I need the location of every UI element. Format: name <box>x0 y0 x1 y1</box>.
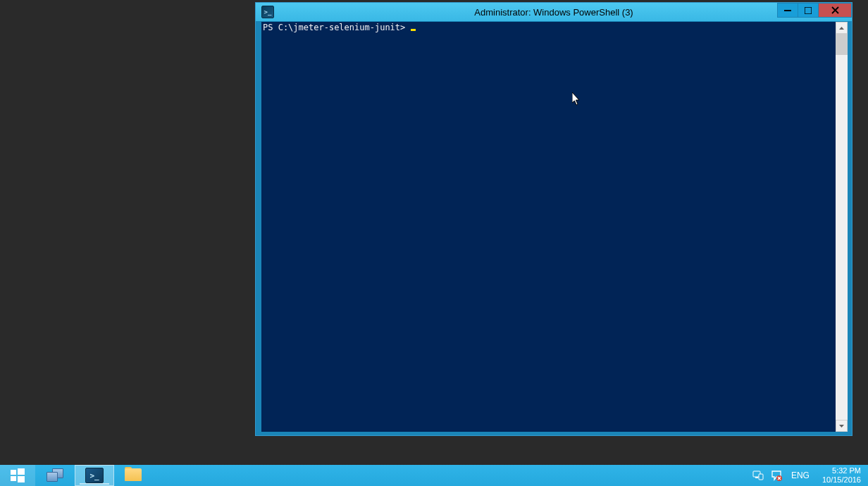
scroll-track[interactable] <box>836 34 848 420</box>
titlebar[interactable]: >_ Administrator: Windows PowerShell (3) <box>256 3 852 21</box>
svg-rect-9 <box>18 476 25 482</box>
vertical-scrollbar[interactable] <box>836 22 848 432</box>
window-controls <box>778 3 852 18</box>
taskbar-item-powershell[interactable]: >_ <box>75 465 114 486</box>
devices-icon[interactable] <box>752 469 764 482</box>
svg-rect-6 <box>11 470 16 475</box>
action-center-icon[interactable] <box>770 469 783 482</box>
svg-rect-12 <box>755 477 758 478</box>
svg-line-3 <box>832 7 838 13</box>
svg-marker-5 <box>839 425 844 428</box>
scroll-down-button[interactable] <box>836 420 848 432</box>
taskbar-item-file-explorer[interactable] <box>114 465 154 486</box>
svg-marker-4 <box>839 27 844 30</box>
powershell-window: >_ Administrator: Windows PowerShell (3) <box>255 2 852 436</box>
close-button[interactable] <box>818 3 852 18</box>
language-indicator[interactable]: ENG <box>788 471 812 480</box>
console-content: PS C:\jmeter-selenium-junit> <box>261 22 836 33</box>
svg-rect-8 <box>11 476 16 481</box>
scroll-thumb[interactable] <box>836 34 848 55</box>
console-area[interactable]: PS C:\jmeter-selenium-junit> <box>261 22 836 432</box>
powershell-icon[interactable]: >_ <box>261 6 274 18</box>
svg-rect-1 <box>805 7 812 14</box>
svg-rect-11 <box>759 474 763 480</box>
server-manager-icon <box>45 467 65 484</box>
minimize-button[interactable] <box>777 3 798 18</box>
clock-time: 5:32 PM <box>822 466 861 475</box>
taskbar-left: >_ <box>0 465 154 486</box>
console-prompt: PS C:\jmeter-selenium-junit> <box>263 23 411 32</box>
scroll-up-button[interactable] <box>836 22 848 34</box>
maximize-button[interactable] <box>798 3 819 18</box>
taskbar-item-server-manager[interactable] <box>35 465 75 486</box>
clock-date: 10/15/2016 <box>822 475 861 485</box>
windows-logo-icon <box>11 468 25 482</box>
system-tray: ENG 5:32 PM 10/15/2016 <box>752 465 868 486</box>
window-title: Administrator: Windows PowerShell (3) <box>474 7 633 18</box>
svg-rect-0 <box>784 10 791 11</box>
folder-icon <box>125 468 143 482</box>
clock[interactable]: 5:32 PM 10/15/2016 <box>818 465 865 486</box>
svg-rect-7 <box>18 468 25 475</box>
svg-line-2 <box>832 7 838 13</box>
powershell-task-icon: >_ <box>85 468 104 483</box>
taskbar: >_ ENG 5:32 PM <box>0 465 868 486</box>
cursor-icon <box>411 29 416 31</box>
start-button[interactable] <box>0 465 35 486</box>
